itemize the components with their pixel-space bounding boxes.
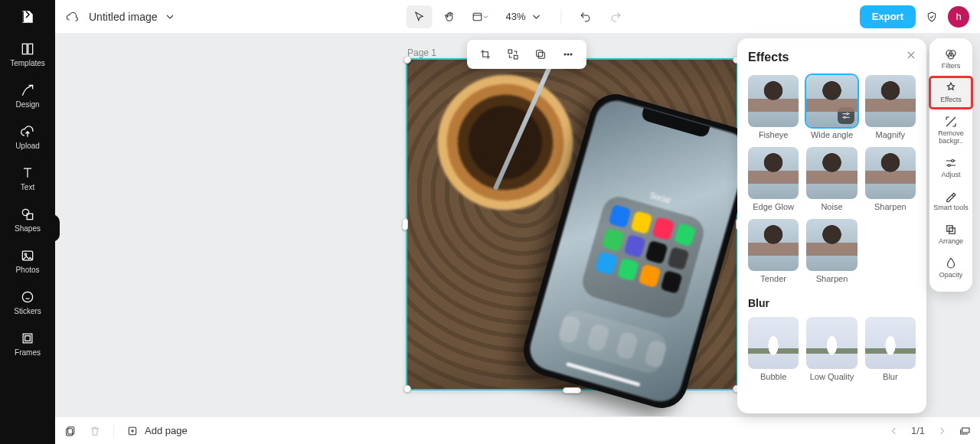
sidebar-item-stickers[interactable]: Stickers <box>0 282 55 323</box>
undo-button[interactable] <box>573 5 599 28</box>
effect-sharpen[interactable]: Sharpen <box>806 219 857 283</box>
effect-magnify[interactable]: Magnify <box>865 75 916 139</box>
svg-rect-2 <box>28 44 33 54</box>
pages-icon[interactable] <box>64 425 77 437</box>
svg-rect-27 <box>67 428 73 435</box>
svg-point-16 <box>570 54 572 55</box>
effects-panel: Effects FisheyeWide angleMagnifyEdge Glo… <box>737 38 926 413</box>
context-toolbar <box>467 40 586 69</box>
hand-tool[interactable] <box>436 5 462 28</box>
page-indicator: 1/1 <box>911 425 925 436</box>
svg-rect-25 <box>949 228 956 234</box>
app-logo-icon[interactable] <box>0 0 55 34</box>
delete-page-icon[interactable] <box>89 425 101 437</box>
effect-adjust-icon[interactable] <box>838 107 854 124</box>
proprail-adjust[interactable]: Adjust <box>929 152 972 184</box>
sidebar-item-upload[interactable]: Upload <box>0 116 55 158</box>
proprail-smart-tools[interactable]: Smart tools <box>929 184 972 217</box>
resize-handle-bl[interactable] <box>403 385 411 393</box>
layers-icon[interactable] <box>959 425 971 437</box>
resize-canvas[interactable] <box>467 5 493 28</box>
add-page-button[interactable]: Add page <box>126 425 188 437</box>
effect-bubble[interactable]: Bubble <box>748 317 799 381</box>
sidebar-expand-handle[interactable] <box>52 214 60 242</box>
sidebar-item-photos[interactable]: Photos <box>0 240 55 282</box>
resize-handle-tl[interactable] <box>403 56 411 64</box>
svg-rect-8 <box>23 334 32 343</box>
left-sidebar: Templates Design Upload Text Shapes Phot… <box>0 0 55 444</box>
effect-label: Wide angle <box>811 130 853 139</box>
proprail-filters[interactable]: Filters <box>929 43 972 75</box>
svg-rect-13 <box>537 51 543 57</box>
next-page[interactable] <box>936 425 948 437</box>
svg-rect-0 <box>473 13 482 20</box>
proprail-opacity[interactable]: Opacity <box>929 252 972 284</box>
more-button[interactable] <box>556 43 580 66</box>
property-rail: Filters Effects Remove backgr.. Adjust S… <box>929 38 972 292</box>
sidebar-item-frames[interactable]: Frames <box>0 323 55 364</box>
redo-button[interactable] <box>603 5 629 28</box>
effect-edge-glow[interactable]: Edge Glow <box>748 147 799 211</box>
document-title-text: Untitled image <box>89 11 158 23</box>
close-icon[interactable] <box>905 49 917 61</box>
svg-point-23 <box>948 164 950 166</box>
effect-label: Edge Glow <box>753 202 794 211</box>
proprail-remove-bg[interactable]: Remove backgr.. <box>929 110 972 150</box>
svg-rect-12 <box>538 52 544 58</box>
resize-handle-b[interactable] <box>563 387 581 393</box>
effect-label: Low Quality <box>810 372 854 381</box>
svg-point-6 <box>24 253 27 256</box>
cloud-sync-icon[interactable] <box>66 11 78 23</box>
shield-icon[interactable] <box>923 8 940 25</box>
effect-noise[interactable]: Noise <box>806 147 857 211</box>
crop-button[interactable] <box>473 43 498 66</box>
replace-button[interactable] <box>501 43 525 66</box>
effect-low-quality[interactable]: Low Quality <box>806 317 857 381</box>
svg-rect-26 <box>68 426 74 433</box>
chevron-down-icon <box>164 11 176 23</box>
export-button[interactable]: Export <box>860 5 916 28</box>
svg-rect-9 <box>25 336 31 341</box>
svg-rect-11 <box>514 55 518 59</box>
document-title[interactable]: Untitled image <box>89 11 176 23</box>
selected-image[interactable]: Social <box>407 60 737 389</box>
sidebar-item-text[interactable]: Text <box>0 158 55 199</box>
effect-blur[interactable]: Blur <box>865 317 916 381</box>
effect-label: Fisheye <box>759 130 789 139</box>
effect-label: Blur <box>883 372 898 381</box>
resize-handle-l[interactable] <box>402 218 408 230</box>
page-label: Page 1 <box>407 47 436 58</box>
sidebar-item-design[interactable]: Design <box>0 75 55 116</box>
effect-label: Sharpen <box>816 274 848 283</box>
svg-rect-10 <box>508 50 512 54</box>
proprail-arrange[interactable]: Arrange <box>929 218 972 250</box>
chevron-down-icon <box>531 11 543 23</box>
svg-point-15 <box>567 54 569 55</box>
effect-wide-angle[interactable]: Wide angle <box>806 75 857 139</box>
zoom-level[interactable]: 43% <box>505 11 542 23</box>
svg-rect-24 <box>947 226 953 232</box>
sidebar-item-templates[interactable]: Templates <box>0 34 55 75</box>
select-tool[interactable] <box>406 5 432 28</box>
svg-point-14 <box>564 54 566 55</box>
effect-label: Magnify <box>876 130 906 139</box>
plus-icon <box>126 425 139 437</box>
svg-rect-1 <box>22 44 27 54</box>
effect-label: Noise <box>821 202 842 211</box>
duplicate-button[interactable] <box>528 43 553 66</box>
add-page-label: Add page <box>145 425 188 436</box>
effect-label: Tender <box>760 274 786 283</box>
svg-point-17 <box>846 113 848 115</box>
proprail-effects[interactable]: Effects <box>929 77 972 109</box>
sidebar-item-shapes[interactable]: Shapes <box>0 199 55 240</box>
svg-point-7 <box>22 292 32 302</box>
svg-point-18 <box>844 116 845 118</box>
prev-page[interactable] <box>888 425 900 437</box>
avatar[interactable]: h <box>948 6 969 28</box>
svg-point-22 <box>952 159 954 162</box>
effect-tender[interactable]: Tender <box>748 219 799 283</box>
effect-fisheye[interactable]: Fisheye <box>748 75 799 139</box>
effect-sharpen[interactable]: Sharpen <box>865 147 916 211</box>
zoom-value: 43% <box>505 11 525 22</box>
panel-title: Effects <box>748 51 916 64</box>
